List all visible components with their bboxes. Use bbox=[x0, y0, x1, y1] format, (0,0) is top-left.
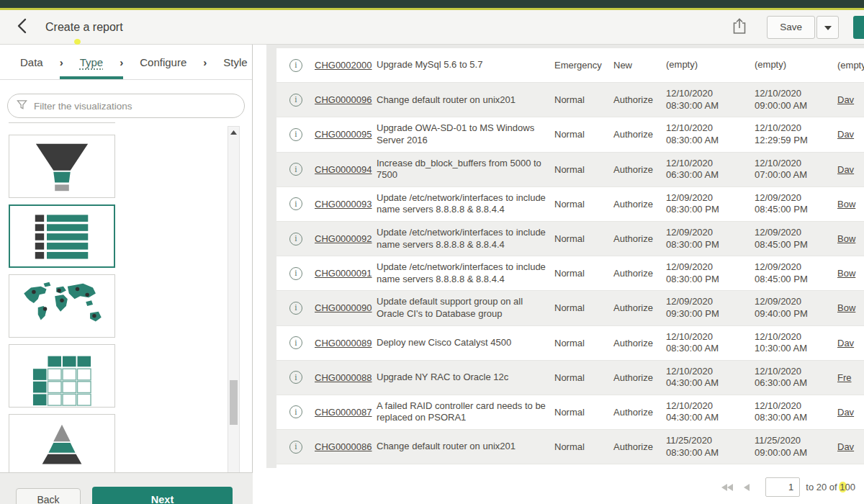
assigned-to-link[interactable]: Dav bbox=[837, 338, 864, 348]
save-dropdown-button[interactable] bbox=[816, 16, 839, 39]
info-icon[interactable]: i bbox=[289, 371, 302, 384]
info-icon[interactable]: i bbox=[289, 441, 302, 454]
assigned-to-link[interactable]: Dav bbox=[837, 407, 864, 418]
viz-type-heatmap-table[interactable] bbox=[9, 344, 115, 408]
assigned-to-link[interactable]: Bow bbox=[837, 268, 864, 279]
viz-type-world-map[interactable] bbox=[9, 274, 115, 338]
table-row: iCHG0000086Change default router on unix… bbox=[276, 430, 864, 464]
end-date: 11/25/2020 09:00:00 AM bbox=[755, 435, 835, 459]
change-number-link[interactable]: CHG0000088 bbox=[315, 372, 374, 383]
chevron-right-icon: › bbox=[60, 56, 63, 68]
short-description: Update default support group on all Orac… bbox=[377, 296, 549, 320]
step-data[interactable]: Data bbox=[20, 56, 43, 68]
next-button[interactable]: Next bbox=[92, 487, 233, 504]
table-row: iCHG0000090Update default support group … bbox=[276, 291, 864, 325]
info-icon[interactable]: i bbox=[289, 336, 302, 349]
change-number-link[interactable]: CHG0000096 bbox=[315, 94, 374, 105]
info-icon[interactable]: i bbox=[289, 302, 302, 315]
info-cell: i bbox=[289, 371, 305, 384]
assigned-to-link[interactable]: Dav bbox=[837, 164, 864, 175]
state: Authorize bbox=[613, 164, 664, 175]
save-button[interactable]: Save bbox=[767, 16, 815, 39]
end-date: 12/10/2020 08:30:00 AM bbox=[755, 400, 835, 424]
change-number-link[interactable]: CHG0000090 bbox=[315, 302, 374, 313]
table-row: iCHG0000087A failed RAID controller card… bbox=[276, 395, 864, 430]
info-cell: i bbox=[289, 94, 305, 107]
previous-page-icon[interactable] bbox=[744, 484, 750, 491]
viz-type-funnel[interactable] bbox=[9, 135, 115, 198]
assigned-to-link[interactable]: Bow bbox=[837, 302, 864, 313]
start-date: 12/09/2020 08:30:00 PM bbox=[666, 192, 749, 216]
share-button[interactable] bbox=[732, 17, 747, 37]
viz-type-list[interactable] bbox=[9, 204, 115, 268]
info-cell: i bbox=[289, 302, 305, 315]
table-row: iCHG0000095Upgrade OWA-SD-01 to MS Windo… bbox=[276, 117, 864, 152]
priority: Normal bbox=[554, 302, 605, 313]
app-header: Create a report Save bbox=[0, 10, 864, 45]
page-number-input[interactable] bbox=[765, 477, 800, 497]
info-icon[interactable]: i bbox=[289, 128, 302, 141]
table-left-scroll-track[interactable] bbox=[266, 45, 276, 468]
priority: Normal bbox=[554, 164, 605, 175]
caret-down-icon bbox=[824, 22, 832, 32]
step-configure[interactable]: Configure bbox=[140, 56, 186, 68]
assigned-to-link[interactable]: Dav bbox=[837, 441, 864, 452]
end-date: (empty) bbox=[755, 59, 835, 71]
change-number-link[interactable]: CHG0000089 bbox=[315, 338, 374, 348]
info-icon[interactable]: i bbox=[289, 94, 302, 107]
end-date: 12/09/2020 08:45:00 PM bbox=[755, 227, 835, 251]
filter-visualizations-input[interactable] bbox=[34, 101, 235, 112]
assigned-to-link[interactable]: Dav bbox=[837, 129, 864, 140]
change-number-link[interactable]: CHG0000087 bbox=[315, 407, 374, 418]
table-row: iCHG0000093Update /etc/network/interface… bbox=[276, 187, 864, 222]
assigned-to-link[interactable]: Fre bbox=[837, 372, 864, 383]
info-icon[interactable]: i bbox=[289, 197, 302, 210]
change-number-link[interactable]: CHG0000094 bbox=[315, 164, 374, 175]
change-number-link[interactable]: CHG0002000 bbox=[315, 60, 374, 71]
change-number-link[interactable]: CHG0000092 bbox=[315, 233, 374, 244]
report-preview-area: iCHG0002000Upgrade MySql 5.6 to 5.7Emerg… bbox=[266, 45, 864, 504]
priority: Normal bbox=[554, 94, 605, 105]
state: Authorize bbox=[613, 199, 664, 210]
state: Authorize bbox=[613, 441, 664, 452]
assigned-to-link[interactable]: Bow bbox=[837, 199, 864, 210]
change-number-link[interactable]: CHG0000086 bbox=[315, 441, 374, 452]
scroll-up-icon[interactable] bbox=[228, 130, 239, 135]
viz-list-scrollbar[interactable] bbox=[228, 126, 240, 472]
viz-type-pyramid[interactable] bbox=[9, 414, 115, 472]
change-number-link[interactable]: CHG0000093 bbox=[315, 199, 374, 210]
table-row: iCHG0000088Upgrade NY RAC to Oracle 12cN… bbox=[276, 361, 864, 395]
end-date: 12/09/2020 09:40:00 PM bbox=[755, 296, 835, 320]
back-button[interactable]: Back bbox=[16, 488, 81, 504]
start-date: 12/10/2020 08:30:00 AM bbox=[666, 88, 749, 112]
state: Authorize bbox=[613, 407, 664, 418]
info-icon[interactable]: i bbox=[289, 267, 302, 280]
info-icon[interactable]: i bbox=[289, 405, 302, 418]
info-icon[interactable]: i bbox=[289, 59, 302, 72]
end-date: 12/09/2020 08:45:00 PM bbox=[755, 192, 835, 216]
back-arrow-button[interactable] bbox=[17, 18, 27, 36]
change-number-link[interactable]: CHG0000091 bbox=[315, 268, 374, 279]
assigned-to-link[interactable]: Bow bbox=[837, 233, 864, 244]
browser-top-strip bbox=[0, 0, 864, 10]
priority: Normal bbox=[554, 199, 605, 210]
info-icon[interactable]: i bbox=[289, 163, 302, 176]
change-number-link[interactable]: CHG0000095 bbox=[315, 129, 374, 140]
scrollbar-thumb[interactable] bbox=[230, 380, 238, 425]
create-report-screen: Create a report Save Data › Type › Confi… bbox=[0, 0, 864, 504]
state: Authorize bbox=[613, 233, 664, 244]
start-date: 12/09/2020 09:30:00 PM bbox=[666, 296, 749, 320]
start-date: 12/09/2020 08:30:00 PM bbox=[666, 261, 749, 285]
short-description: Update /etc/network/interfaces to includ… bbox=[377, 227, 549, 251]
state: Authorize bbox=[613, 338, 664, 348]
step-style[interactable]: Style bbox=[223, 56, 247, 68]
step-type[interactable]: Type bbox=[80, 56, 104, 68]
priority: Normal bbox=[554, 372, 605, 383]
state: New bbox=[613, 60, 664, 71]
header-action-button-partial[interactable] bbox=[853, 16, 864, 39]
assigned-to-link[interactable]: Dav bbox=[837, 94, 864, 105]
start-date: 12/10/2020 04:30:00 AM bbox=[666, 400, 749, 424]
first-page-icon[interactable] bbox=[721, 484, 734, 491]
table-row: iCHG0000092Update /etc/network/interface… bbox=[276, 222, 864, 256]
info-icon[interactable]: i bbox=[289, 233, 302, 246]
